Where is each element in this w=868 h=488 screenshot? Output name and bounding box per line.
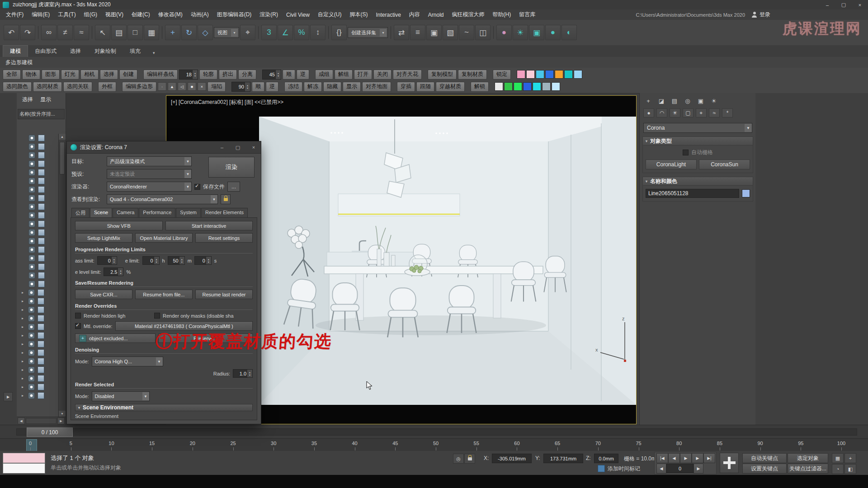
expand-arrow-icon[interactable]: ▸: [22, 333, 25, 338]
reset-settings-button[interactable]: Reset settings: [195, 233, 253, 243]
render-masks-checkbox[interactable]: [154, 313, 160, 319]
key-filters-button[interactable]: 关键点过滤器...: [788, 464, 828, 474]
scene-explorer-row[interactable]: [17, 228, 58, 237]
menu-item[interactable]: 留言库: [515, 11, 539, 19]
systems-cat-icon[interactable]: *: [722, 108, 733, 117]
script-button[interactable]: 穿越材质: [436, 82, 465, 92]
viewport-label[interactable]: [+] [CoronaCamera002] [标准] [面] <<已禁用>>: [171, 99, 283, 106]
denoise-radius-field[interactable]: 1.0▴▾: [233, 369, 253, 378]
start-interactive-button[interactable]: Start interactive: [165, 221, 253, 230]
spinner-icon[interactable]: ▴▾: [154, 257, 159, 264]
setup-lightmix-button[interactable]: Setup LightMix: [75, 233, 132, 243]
named-selection-icon[interactable]: {}: [331, 25, 347, 40]
resume-last-render-button[interactable]: Resume last render: [195, 290, 253, 299]
menu-item[interactable]: 编辑(E): [28, 11, 54, 19]
motion-tab-icon[interactable]: ◎: [683, 97, 693, 105]
target-dropdown[interactable]: 产品级渲染模式 ▼: [107, 156, 192, 166]
statusbar-tool-icon-2[interactable]: +: [844, 453, 856, 463]
visibility-eye-icon[interactable]: [28, 375, 35, 382]
visibility-eye-icon[interactable]: [28, 306, 35, 313]
select-scale-icon[interactable]: ◇: [198, 25, 213, 40]
visibility-eye-icon[interactable]: [28, 315, 35, 322]
color-swatch[interactable]: [552, 82, 560, 91]
visibility-eye-icon[interactable]: [28, 272, 35, 279]
expand-arrow-icon[interactable]: ▸: [22, 316, 25, 320]
scene-explorer-row[interactable]: [17, 142, 58, 151]
explorer-sort-header[interactable]: 名称(按升序排...: [18, 109, 65, 119]
script-button[interactable]: 解锁: [471, 82, 489, 92]
render-production-icon[interactable]: ●: [545, 25, 561, 40]
auto-key-button[interactable]: 自动关键点: [742, 453, 787, 463]
script-button[interactable]: 轮廓: [199, 70, 217, 80]
next-frame-button[interactable]: ▶: [692, 453, 703, 463]
statusbar-tool-icon-1[interactable]: ▦: [832, 453, 844, 463]
spinner-icon[interactable]: ▴▾: [245, 82, 250, 91]
bind-spacewarp-icon[interactable]: ≈: [74, 25, 89, 40]
previous-frame-button[interactable]: ◀: [668, 453, 680, 463]
script-button[interactable]: 隐藏: [323, 82, 341, 92]
spinner-icon[interactable]: ▴▾: [179, 257, 184, 264]
scroll-right-icon[interactable]: ▶: [57, 418, 65, 424]
scrollbar-groove[interactable]: [26, 418, 57, 424]
render-setup-icon[interactable]: ☀: [513, 25, 528, 40]
use-pivot-icon[interactable]: ⌖: [240, 25, 255, 40]
select-object-icon[interactable]: ↖: [95, 25, 110, 40]
spinner-icon[interactable]: ▴▾: [206, 257, 211, 264]
dialog-tab-1[interactable]: 公用: [71, 208, 90, 218]
expand-arrow-icon[interactable]: ▸: [22, 394, 25, 398]
spinner-icon[interactable]: ▴▾: [192, 70, 198, 79]
shapes-cat-icon[interactable]: ◠: [656, 108, 667, 117]
undo-icon[interactable]: ↶: [4, 25, 19, 40]
visibility-eye-icon[interactable]: [28, 289, 35, 296]
script-button[interactable]: 相机: [80, 70, 99, 80]
material-editor-icon[interactable]: ●: [496, 25, 512, 40]
exp-menu-item[interactable]: 显示: [37, 96, 55, 103]
script-button[interactable]: 挤出: [219, 70, 237, 80]
maxscript-mini-listener-white[interactable]: [3, 463, 45, 474]
display-tab-icon[interactable]: ▣: [696, 97, 706, 105]
panel-expand-icon[interactable]: ▶: [4, 392, 13, 401]
menu-item[interactable]: Arnold: [424, 12, 448, 18]
spinner-icon[interactable]: ▴▾: [275, 70, 281, 79]
geometry-cat-icon[interactable]: ●: [643, 108, 654, 117]
dialog-tab-2[interactable]: Scene: [90, 208, 112, 218]
script-button[interactable]: 关闭: [373, 70, 392, 80]
menu-item[interactable]: 脚本(S): [345, 11, 372, 19]
redo-icon[interactable]: ↷: [20, 25, 35, 40]
frame-forward-button[interactable]: ▶: [693, 464, 703, 474]
menu-item[interactable]: 创建(C): [127, 11, 154, 19]
scene-explorer-row[interactable]: ▸: [17, 348, 58, 357]
expand-arrow-icon[interactable]: ▸: [22, 342, 25, 346]
visibility-eye-icon[interactable]: [28, 298, 35, 305]
menu-item[interactable]: 图形编辑器(D): [213, 11, 256, 19]
scene-explorer-row[interactable]: [17, 194, 58, 202]
minimize-button[interactable]: –: [819, 0, 835, 9]
script-button[interactable]: 成组: [315, 70, 333, 80]
save-cxr-button[interactable]: Save CXR...: [75, 290, 132, 299]
color-swatch[interactable]: [574, 70, 582, 79]
preset-dropdown[interactable]: 未选定预设 ▼: [107, 169, 192, 179]
dialog-title-bar[interactable]: 渲染设置: Corona 7 – ▢ ×: [67, 141, 261, 154]
hierarchy-tab-icon[interactable]: ▤: [670, 97, 679, 105]
expand-arrow-icon[interactable]: ▸: [22, 308, 25, 312]
menu-item[interactable]: 工具(T): [54, 11, 80, 19]
ribbon-minimize-icon[interactable]: ▾: [148, 49, 160, 57]
time-slider-track[interactable]: [16, 428, 857, 436]
mtl-override-material-button[interactable]: Material #2147461983 ( CoronaPhysicalMtl…: [115, 321, 253, 331]
scene-explorer-row[interactable]: ▸: [17, 331, 58, 340]
script-button[interactable]: 跟随: [416, 82, 434, 92]
ribbon-tab-3[interactable]: 选择: [63, 46, 88, 57]
renderer-dropdown[interactable]: CoronaRenderer ▼: [107, 182, 192, 192]
explorer-vertical-scrollbar[interactable]: ▲ ▼: [58, 134, 66, 417]
helpers-cat-icon[interactable]: ⌖: [696, 108, 707, 117]
expand-arrow-icon[interactable]: ▸: [22, 376, 25, 380]
menu-item[interactable]: Interactive: [372, 12, 405, 18]
script-button[interactable]: 选同关联: [63, 82, 92, 92]
ribbon-toggle-icon[interactable]: ▧: [443, 25, 458, 40]
rendered-frame-icon[interactable]: ▣: [529, 25, 544, 40]
key-filter-dropdown[interactable]: 选定对象: [788, 453, 828, 463]
scene-explorer-row[interactable]: [17, 211, 58, 220]
schematic-view-icon[interactable]: ◫: [475, 25, 491, 40]
scene-environment-rollout[interactable]: ▾ Scene Environment: [75, 404, 253, 411]
script-button[interactable]: 打开: [354, 70, 372, 80]
